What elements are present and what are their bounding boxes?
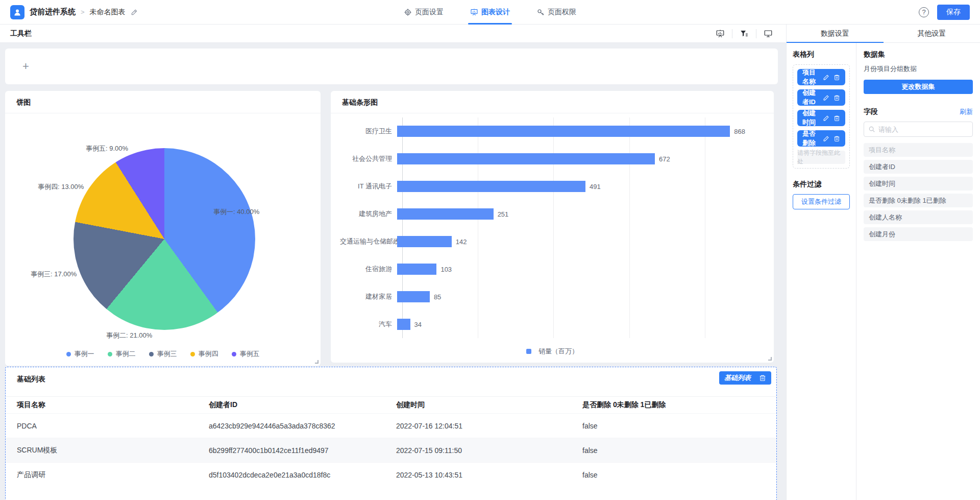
- legend-label: 事例一: [75, 349, 94, 359]
- presentation-icon[interactable]: [716, 29, 725, 38]
- pie-legend-item[interactable]: 事例二: [108, 349, 136, 359]
- column-pill[interactable]: 项目名称: [797, 69, 845, 85]
- column-pill[interactable]: 创建时间: [797, 110, 845, 126]
- table-card-title: 基础列表: [17, 375, 45, 384]
- edit-column-icon[interactable]: [823, 94, 829, 101]
- field-item[interactable]: 创建月份: [864, 227, 973, 241]
- table-cell: 产品调研: [17, 470, 209, 480]
- column-pill-label: 创建时间: [802, 109, 819, 127]
- design-canvas[interactable]: + 饼图 事例一: 40.00%事例二: 21.00%事例三: 17.00%事例…: [0, 43, 786, 500]
- refresh-fields-link[interactable]: 刷新: [960, 107, 973, 116]
- delete-column-icon[interactable]: [834, 94, 840, 101]
- page-title: 未命名图表: [90, 8, 126, 17]
- table-cell: false: [582, 446, 776, 455]
- pie-chart-card[interactable]: 饼图 事例一: 40.00%事例二: 21.00%事例三: 17.00%事例四:…: [5, 91, 321, 366]
- field-item[interactable]: 项目名称: [864, 143, 973, 157]
- legend-label: 事例二: [116, 349, 136, 359]
- tab-页面设置[interactable]: 页面设置: [402, 0, 446, 25]
- legend-label: 事例四: [199, 349, 218, 359]
- table-row[interactable]: PDCAa6423cb929e942446a5a3ada378c83622022…: [6, 413, 776, 438]
- dataset-title: 数据集: [864, 50, 973, 59]
- edit-column-icon[interactable]: [823, 115, 829, 122]
- pie-legend-item[interactable]: 事例四: [190, 349, 218, 359]
- bar-value-label: 672: [659, 155, 670, 163]
- filter-icon[interactable]: [740, 29, 749, 38]
- edit-title-icon[interactable]: [131, 9, 138, 16]
- bar: [397, 153, 655, 164]
- table-row[interactable]: SCRUM模板6b299ff277400c1b0142ce11f1ed94972…: [6, 438, 776, 462]
- column-pill[interactable]: 创建者ID: [797, 89, 845, 106]
- delete-column-icon[interactable]: [834, 115, 840, 122]
- toolbar-divider: [732, 29, 732, 38]
- tab-图表设计[interactable]: 图表设计: [468, 0, 512, 25]
- toolbar-title: 工具栏: [0, 29, 32, 38]
- chart-config-column: 表格列 项目名称创建者ID创建时间是否删除请将字段拖至此处 条件过滤 设置条件过…: [787, 43, 856, 500]
- edit-column-icon[interactable]: [823, 135, 829, 142]
- table-cell: SCRUM模板: [17, 446, 209, 455]
- pie-legend-item[interactable]: 事例三: [149, 349, 177, 359]
- edit-column-icon[interactable]: [823, 74, 829, 81]
- delete-widget-icon[interactable]: [759, 374, 766, 382]
- bar-track: 142: [397, 228, 762, 255]
- bar-row: 建筑房地产251: [340, 200, 762, 228]
- table-cell: 6b299ff277400c1b0142ce11f1ed9497: [209, 446, 396, 455]
- field-item[interactable]: 创建者ID: [864, 160, 973, 174]
- field-item[interactable]: 创建时间: [864, 177, 973, 191]
- table-header-cell: 创建者ID: [209, 400, 396, 410]
- toolbar-icons: [716, 29, 786, 38]
- add-widget-button[interactable]: +: [22, 61, 29, 72]
- pie-legend-item[interactable]: 事例五: [232, 349, 260, 359]
- top-header: 贷前进件系统 > 未命名图表 页面设置图表设计页面权限 ? 保存: [0, 0, 980, 25]
- legend-swatch: [108, 352, 112, 356]
- table-card[interactable]: 基础列表 基础列表 项目名称创建者ID创建时间是否删除 0未删除 1已删除 PD…: [5, 367, 777, 500]
- column-pill[interactable]: 是否删除: [797, 130, 845, 147]
- resize-handle[interactable]: [315, 360, 318, 364]
- bar-value-label: 868: [734, 128, 745, 135]
- pie-legend-item[interactable]: 事例一: [66, 349, 94, 359]
- bar-track: 672: [397, 145, 762, 173]
- table-header-cell: 是否删除 0未删除 1已删除: [582, 400, 776, 410]
- legend-swatch: [66, 352, 71, 356]
- table-row[interactable]: 产品调研d5f103402dcdeca2e0e21a3a0cd18f8c2022…: [6, 462, 776, 487]
- pie-data-label: 事例四: 13.00%: [38, 182, 84, 192]
- chart-board-icon: [470, 8, 478, 16]
- change-dataset-button[interactable]: 更改数据集: [864, 80, 973, 94]
- bar: [397, 126, 730, 137]
- monitor-icon[interactable]: [764, 29, 773, 38]
- bar-legend-item[interactable]: 销量（百万）: [526, 347, 578, 356]
- app-logo-icon[interactable]: [10, 5, 24, 19]
- bar-track: 85: [397, 283, 762, 311]
- bar-category-label: 汽车: [340, 320, 397, 329]
- settings-tab-其他设置[interactable]: 其他设置: [884, 25, 980, 42]
- set-condition-filter-button[interactable]: 设置条件过滤: [793, 194, 850, 209]
- tab-页面权限[interactable]: 页面权限: [534, 0, 578, 25]
- resize-handle[interactable]: [768, 357, 772, 361]
- table-columns-dropzone[interactable]: 项目名称创建者ID创建时间是否删除请将字段拖至此处: [793, 64, 850, 169]
- delete-column-icon[interactable]: [834, 135, 840, 142]
- app-name: 贷前进件系统: [30, 7, 76, 17]
- pie-chart: [74, 148, 255, 330]
- field-item[interactable]: 创建人名称: [864, 210, 973, 224]
- selected-widget-badge: 基础列表: [719, 371, 771, 385]
- header-tabs: 页面设置图表设计页面权限: [402, 0, 578, 25]
- table-cell: 2022-07-15 09:11:50: [396, 446, 582, 455]
- delete-column-icon[interactable]: [834, 74, 840, 81]
- bar-row: 医疗卫生868: [340, 117, 762, 145]
- settings-tab-数据设置[interactable]: 数据设置: [787, 25, 884, 42]
- field-search-input[interactable]: [878, 126, 968, 133]
- table-header-cell: 创建时间: [396, 400, 582, 410]
- bar-chart-card[interactable]: 基础条形图 医疗卫生868社会公共管理672IT 通讯电子491建筑房地产251…: [331, 91, 774, 363]
- field-item[interactable]: 是否删除 0未删除 1已删除: [864, 194, 973, 207]
- table-cell: PDCA: [17, 422, 209, 430]
- bar-value-label: 142: [456, 238, 467, 246]
- toolbar-divider: [756, 29, 756, 38]
- bar: [397, 181, 585, 192]
- pie-legend: 事例一事例二事例三事例四事例五: [5, 349, 321, 359]
- save-button[interactable]: 保存: [937, 5, 970, 20]
- bar: [397, 264, 436, 275]
- table-cell: false: [582, 422, 776, 430]
- help-icon[interactable]: ?: [919, 7, 929, 17]
- drop-field-hint: 请将字段拖至此处: [797, 151, 845, 164]
- bar-rows: 医疗卫生868社会公共管理672IT 通讯电子491建筑房地产251交通运输与仓…: [340, 117, 762, 338]
- table-columns-title: 表格列: [793, 50, 850, 59]
